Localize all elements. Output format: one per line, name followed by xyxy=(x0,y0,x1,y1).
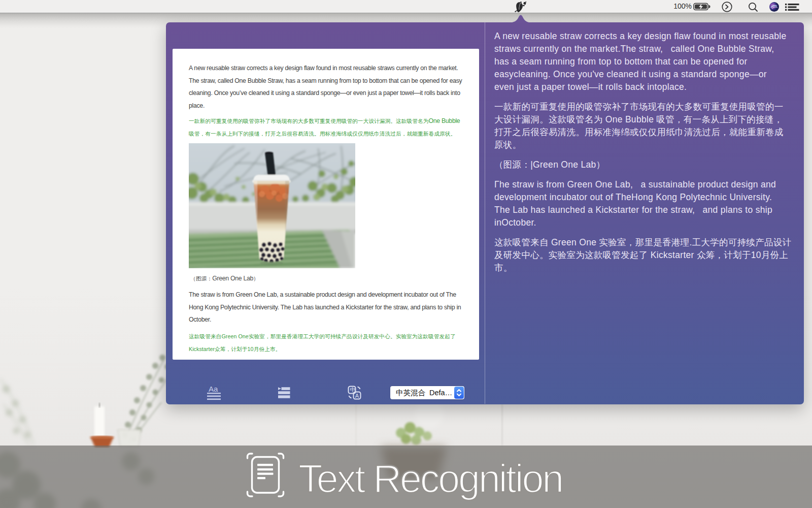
svg-text:中: 中 xyxy=(350,387,355,393)
svg-text:A: A xyxy=(355,393,359,399)
svg-text:Aa: Aa xyxy=(209,385,218,393)
